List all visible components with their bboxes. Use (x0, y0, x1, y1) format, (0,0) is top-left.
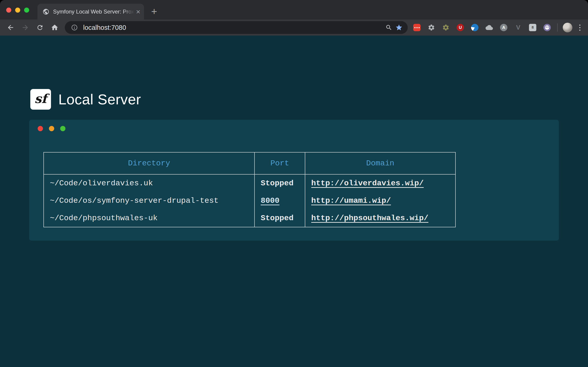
url-text[interactable]: localhost:7080 (83, 24, 126, 31)
new-tab-button[interactable]: + (148, 5, 161, 18)
column-header-domain: Domain (305, 152, 456, 174)
domain-cell: http://oliverdavies.wip/ (305, 174, 456, 192)
table-row: ~/Code/phpsouthwales-uk Stopped http://p… (44, 209, 456, 227)
ublock-shield-icon: U (457, 24, 464, 31)
extension-github-button[interactable] (542, 22, 553, 33)
symfony-logo-text: sf (35, 91, 47, 106)
tab-strip: Symfony Local Web Server: Prox × + (0, 0, 588, 19)
cloud-icon (485, 24, 493, 31)
v-badge-icon: V (516, 24, 520, 31)
zoom-icon[interactable] (384, 23, 394, 33)
toolbar-divider (557, 23, 558, 32)
directory-cell: ~/Code/phpsouthwales-uk (44, 209, 254, 227)
browser-menu-button[interactable] (575, 23, 585, 33)
blue-pie-icon (471, 24, 478, 31)
domain-link[interactable]: http://phpsouthwales.wip/ (311, 214, 428, 223)
domain-link[interactable]: http://oliverdavies.wip/ (311, 179, 424, 188)
window-zoom-button[interactable] (24, 8, 29, 13)
directory-cell: ~/Code/os/symfony-server-drupal-test (44, 192, 254, 209)
back-arrow-icon (7, 24, 15, 31)
extension-ublock-button[interactable]: U (455, 22, 466, 33)
extension-settings-button[interactable] (426, 22, 437, 33)
card-dot-red (38, 126, 43, 131)
dark-gear-icon (442, 24, 450, 31)
browser-window: Symfony Local Web Server: Prox × + local… (0, 0, 588, 367)
window-controls (6, 8, 29, 13)
card-dot-green (60, 126, 65, 131)
extension-cloud-button[interactable] (484, 22, 495, 33)
directory-cell: ~/Code/oliverdavies.uk (44, 174, 254, 192)
server-card: Directory Port Domain ~/Code/oliverdavie… (29, 120, 559, 241)
extension-v-badge-button[interactable]: V (513, 22, 524, 33)
gear-icon (428, 24, 435, 31)
extension-card-letters-button[interactable]: fl (527, 22, 538, 33)
kebab-menu-icon (579, 25, 580, 31)
site-info-icon[interactable] (69, 23, 79, 33)
column-header-port: Port (254, 152, 305, 174)
card-window-dots (38, 126, 65, 131)
port-cell: 8000 (254, 192, 305, 209)
forward-button[interactable] (19, 21, 32, 34)
window-minimize-button[interactable] (15, 8, 20, 13)
tab-favicon-globe-icon (43, 8, 49, 15)
card-dot-orange (49, 126, 54, 131)
port-cell: Stopped (254, 209, 305, 227)
symfony-logo: sf (30, 89, 51, 110)
forward-arrow-icon (21, 24, 29, 31)
reload-button[interactable] (34, 21, 46, 34)
domain-cell: http://umami.wip/ (305, 192, 456, 209)
extension-red-menu-button[interactable] (411, 22, 422, 33)
reload-icon (36, 24, 44, 31)
home-button[interactable] (48, 21, 61, 34)
table-row: ~/Code/oliverdavies.uk Stopped http://ol… (44, 174, 456, 192)
port-link[interactable]: 8000 (261, 196, 279, 205)
browser-tab[interactable]: Symfony Local Web Server: Prox × (37, 4, 144, 19)
port-cell: Stopped (254, 174, 305, 192)
extension-blue-pie-button[interactable] (469, 22, 480, 33)
card-letters-icon: fl (529, 24, 536, 31)
servers-table: Directory Port Domain ~/Code/oliverdavie… (43, 152, 456, 227)
tab-close-icon[interactable]: × (136, 8, 140, 15)
window-close-button[interactable] (6, 8, 11, 13)
browser-toolbar: localhost:7080 U (0, 19, 588, 35)
address-bar[interactable]: localhost:7080 (65, 21, 408, 34)
tab-title: Symfony Local Web Server: Prox (53, 8, 134, 15)
red-menu-icon (413, 24, 421, 31)
table-row: ~/Code/os/symfony-server-drupal-test 800… (44, 192, 456, 209)
extension-dark-gear-button[interactable] (440, 22, 451, 33)
page-content: sf Local Server Directory Port (0, 35, 588, 367)
a-badge-icon: A (500, 24, 507, 31)
profile-avatar[interactable] (563, 23, 572, 32)
github-octocat-icon (544, 24, 551, 31)
bookmark-star-icon[interactable] (394, 23, 404, 33)
page-header: sf Local Server (30, 89, 141, 110)
back-button[interactable] (4, 21, 17, 34)
page-title: Local Server (58, 91, 141, 108)
extensions-bar: U A V fl (411, 22, 553, 33)
domain-link[interactable]: http://umami.wip/ (311, 196, 391, 205)
domain-cell: http://phpsouthwales.wip/ (305, 209, 456, 227)
home-icon (51, 24, 59, 31)
column-header-directory: Directory (44, 152, 254, 174)
extension-a-badge-button[interactable]: A (498, 22, 509, 33)
table-header-row: Directory Port Domain (44, 152, 456, 174)
